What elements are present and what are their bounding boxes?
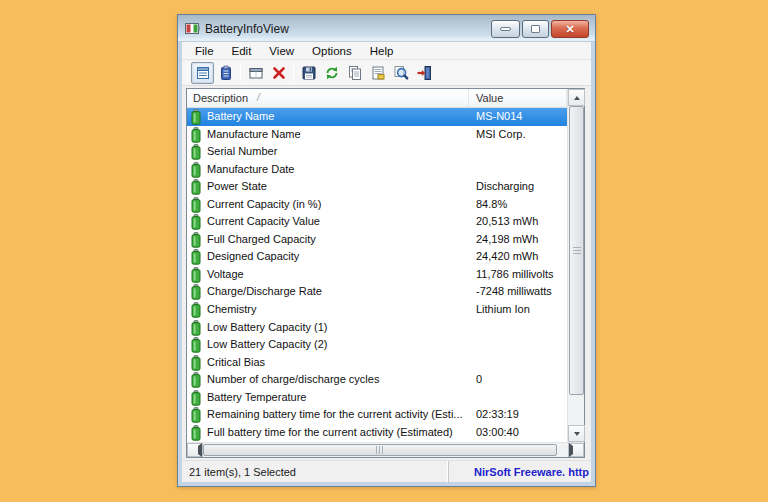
list-row[interactable]: Manufacture Date: [187, 161, 567, 179]
battery-icon: [191, 179, 201, 195]
battery-icon: [191, 197, 201, 213]
list-row[interactable]: Voltage11,786 millivolts: [187, 266, 567, 284]
battery-icon: [191, 267, 201, 283]
row-value: MS-N014: [476, 110, 522, 122]
sort-indicator-icon: /: [257, 92, 260, 103]
exit-icon: [416, 65, 432, 81]
row-description: Low Battery Capacity (2): [207, 338, 327, 350]
menu-item-help[interactable]: Help: [361, 43, 403, 59]
battery-icon: [191, 407, 201, 423]
list-row[interactable]: Low Battery Capacity (2): [187, 336, 567, 354]
copy-button[interactable]: [343, 62, 366, 84]
column-label: Value: [476, 92, 503, 104]
menu-item-options[interactable]: Options: [303, 43, 361, 59]
arrow-up-icon: [574, 96, 580, 100]
row-value: 02:33:19: [476, 408, 519, 420]
list-row[interactable]: Critical Bias: [187, 354, 567, 372]
details-view-button[interactable]: [191, 62, 214, 84]
thumb-grip-icon: [573, 247, 581, 255]
row-value: 11,786 millivolts: [476, 268, 553, 280]
menu-item-file[interactable]: File: [186, 43, 223, 59]
vertical-scrollbar[interactable]: [567, 89, 584, 442]
row-value: MSI Corp.: [476, 128, 526, 140]
status-bar: 21 item(s), 1 Selected NirSoft Freeware.…: [182, 460, 591, 482]
list-row[interactable]: Number of charge/discharge cycles0: [187, 371, 567, 389]
row-description: Battery Temperature: [207, 391, 306, 403]
maximize-button[interactable]: [522, 20, 549, 38]
row-value: 84.8%: [476, 198, 507, 210]
row-value: 0: [476, 373, 482, 385]
row-description: Designed Capacity: [207, 250, 299, 262]
toolbar-separator: [240, 64, 241, 82]
battery-icon: [191, 302, 201, 318]
desktop-background: { "window": { "title": "BatteryInfoView"…: [0, 0, 768, 502]
choose-columns-button[interactable]: [244, 62, 267, 84]
column-header-value[interactable]: Value: [469, 89, 567, 107]
list-row[interactable]: Low Battery Capacity (1): [187, 319, 567, 337]
list-row[interactable]: Serial Number: [187, 143, 567, 161]
row-description: Low Battery Capacity (1): [207, 321, 327, 333]
list-row[interactable]: ChemistryLithium Ion: [187, 301, 567, 319]
maximize-icon: [531, 25, 540, 33]
save-button[interactable]: [297, 62, 320, 84]
battery-icon: [191, 214, 201, 230]
horizontal-scrollbar[interactable]: [187, 442, 584, 457]
battery-icon: [191, 320, 201, 336]
exit-button[interactable]: [412, 62, 435, 84]
list-row[interactable]: Power StateDischarging: [187, 178, 567, 196]
list-row[interactable]: Battery Temperature: [187, 389, 567, 407]
row-value: 20,513 mWh: [476, 215, 538, 227]
list-row[interactable]: Remaining battery time for the current a…: [187, 406, 567, 424]
battery-info-list: Description / Value Battery NameMS-N014M…: [186, 88, 585, 458]
close-button[interactable]: ✕: [551, 20, 589, 38]
title-bar[interactable]: BatteryInfoView ✕: [178, 15, 595, 42]
row-description: Manufacture Date: [207, 163, 294, 175]
list-row[interactable]: Full Charged Capacity24,198 mWh: [187, 231, 567, 249]
battery-icon: [191, 390, 201, 406]
row-value: 03:00:40: [476, 426, 519, 438]
menu-bar: FileEditViewOptionsHelp: [182, 42, 591, 60]
battery-icon: [191, 372, 201, 388]
delete-button[interactable]: [267, 62, 290, 84]
column-header-description[interactable]: Description /: [187, 89, 469, 107]
row-value: Discharging: [476, 180, 534, 192]
status-items-count: 21 item(s), 1 Selected: [182, 466, 448, 478]
battery-icon: [191, 127, 201, 143]
window-title: BatteryInfoView: [205, 22, 289, 36]
minimize-button[interactable]: [491, 20, 520, 38]
report-view-button[interactable]: [214, 62, 237, 84]
row-description: Chemistry: [207, 303, 257, 315]
nirsoft-link[interactable]: NirSoft Freeware. http: [448, 461, 591, 482]
list-row[interactable]: Battery NameMS-N014: [187, 108, 567, 126]
toolbar: [182, 60, 591, 86]
scroll-left-button[interactable]: [187, 443, 203, 457]
row-description: Charge/Discharge Rate: [207, 285, 322, 297]
list-row[interactable]: Current Capacity (in %)84.8%: [187, 196, 567, 214]
list-row[interactable]: Charge/Discharge Rate-7248 milliwatts: [187, 283, 567, 301]
row-description: Number of charge/discharge cycles: [207, 373, 379, 385]
horizontal-scrollbar-thumb[interactable]: [203, 444, 557, 456]
list-row[interactable]: Current Capacity Value20,513 mWh: [187, 213, 567, 231]
menu-item-view[interactable]: View: [260, 43, 303, 59]
vertical-scrollbar-thumb[interactable]: [569, 106, 584, 395]
arrow-right-icon: [569, 443, 583, 457]
properties-button[interactable]: [366, 62, 389, 84]
row-description: Manufacture Name: [207, 128, 301, 140]
list-row[interactable]: Manufacture NameMSI Corp.: [187, 126, 567, 144]
scroll-up-button[interactable]: [568, 89, 585, 106]
menu-item-edit[interactable]: Edit: [223, 43, 261, 59]
list-row[interactable]: Designed Capacity24,420 mWh: [187, 248, 567, 266]
list-row[interactable]: Full battery time for the current activi…: [187, 424, 567, 442]
minimize-icon: [500, 27, 511, 31]
refresh-button[interactable]: [320, 62, 343, 84]
row-description: Battery Name: [207, 110, 274, 122]
details-view-icon: [195, 65, 211, 81]
scroll-right-button[interactable]: [568, 443, 584, 457]
battery-icon: [191, 425, 201, 441]
scroll-down-button[interactable]: [568, 425, 585, 442]
app-icon: [185, 21, 200, 36]
find-icon: [393, 65, 409, 81]
row-description: Voltage: [207, 268, 244, 280]
row-description: Full Charged Capacity: [207, 233, 316, 245]
find-button[interactable]: [389, 62, 412, 84]
